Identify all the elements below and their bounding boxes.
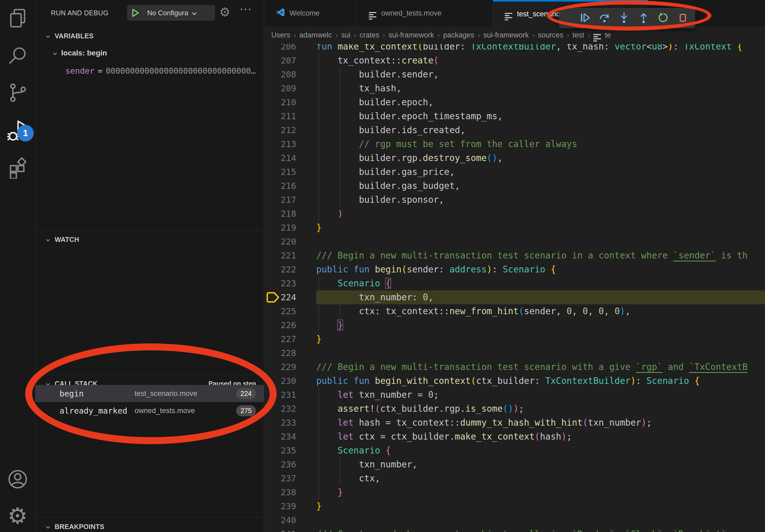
line-number[interactable]: 212 [264, 123, 296, 137]
line-number[interactable]: 214 [264, 151, 296, 165]
code-line-222[interactable]: 222public fun begin(sender: address): Sc… [264, 263, 765, 276]
variables-scope-row[interactable]: locals: begin [54, 46, 107, 60]
line-number[interactable]: 235 [264, 443, 296, 457]
line-number[interactable]: 223 [264, 276, 296, 290]
line-number[interactable]: 226 [264, 318, 296, 332]
code-line-238[interactable]: 238 } [264, 485, 765, 499]
code-line-213[interactable]: 213 // rgp must be set from the caller a… [264, 137, 765, 151]
code-line-221[interactable]: 221/// Begin a new multi-transaction tes… [264, 249, 765, 263]
line-number[interactable]: 230 [264, 374, 296, 388]
line-number[interactable]: 221 [264, 249, 296, 263]
code-line-228[interactable]: 228 [264, 346, 765, 360]
line-number[interactable]: 219 [264, 221, 296, 235]
stack-frame-begin[interactable]: begintest_scenario.move224 [35, 385, 264, 402]
line-number[interactable]: 236 [264, 457, 296, 471]
breadcrumb-item[interactable]: sui-framework [483, 31, 529, 39]
settings-gear-icon[interactable]: ⚙ [0, 502, 35, 529]
code-line-232[interactable]: 232 assert!(ctx_builder.rgp.is_some()); [264, 402, 765, 416]
section-breakpoints[interactable]: BREAKPOINTS [35, 520, 264, 532]
drag-handle-icon[interactable] [565, 16, 575, 21]
code-line-236[interactable]: 236 txn_number, [264, 457, 765, 471]
line-number[interactable]: 207 [264, 54, 296, 68]
line-number[interactable]: 228 [264, 346, 296, 360]
tab-Welcome[interactable]: Welcome [264, 0, 357, 26]
step-over-button[interactable] [594, 8, 614, 28]
breadcrumb-item[interactable]: test [572, 31, 584, 39]
line-number[interactable]: 240 [264, 513, 296, 527]
continue-button[interactable] [575, 8, 594, 28]
line-number[interactable]: 216 [264, 179, 296, 193]
code-line-241[interactable]: 241/// Creates and shares system objects… [264, 527, 765, 532]
code-line-215[interactable]: 215 builder.gas_price, [264, 165, 765, 179]
line-number[interactable]: 209 [264, 82, 296, 95]
line-number[interactable]: 222 [264, 263, 296, 276]
line-number[interactable]: 231 [264, 388, 296, 402]
line-number[interactable]: 213 [264, 137, 296, 151]
line-number[interactable]: 239 [264, 499, 296, 513]
line-number[interactable]: 232 [264, 402, 296, 416]
code-line-214[interactable]: 214 builder.rgp.destroy_some(), [264, 151, 765, 165]
start-debug-icon[interactable] [127, 8, 143, 17]
breadcrumb-item[interactable]: adamwelc [300, 31, 332, 39]
code-line-212[interactable]: 212 builder.ids_created, [264, 123, 765, 137]
code-line-226[interactable]: 226 } [264, 318, 765, 332]
line-number[interactable]: 233 [264, 416, 296, 430]
breadcrumb-file[interactable]: te [605, 31, 611, 39]
breadcrumb-item[interactable]: packages [443, 31, 474, 39]
code-line-220[interactable]: 220 [264, 235, 765, 249]
line-number[interactable]: 215 [264, 165, 296, 179]
breadcrumb-item[interactable]: Users [271, 31, 290, 39]
explorer-icon[interactable] [0, 5, 35, 32]
section-variables[interactable]: VARIABLES [35, 29, 264, 43]
search-icon[interactable] [0, 43, 35, 69]
code-line-235[interactable]: 235 Scenario { [264, 443, 765, 457]
code-line-208[interactable]: 208 builder.sender, [264, 68, 765, 82]
code-line-206[interactable]: 206fun make_tx_context(builder: TxContex… [264, 44, 765, 54]
breadcrumb-item[interactable]: sui [341, 31, 351, 39]
stack-frame-already_marked[interactable]: already_markedowned_tests.move275 [35, 402, 264, 419]
line-number[interactable]: 229 [264, 360, 296, 374]
tab-owned_tests.move[interactable]: owned_tests.move [357, 0, 493, 26]
section-watch[interactable]: WATCH [35, 232, 264, 246]
line-number[interactable]: 217 [264, 193, 296, 207]
code-line-207[interactable]: 207 tx_context::create( [264, 54, 765, 68]
line-number[interactable]: 218 [264, 207, 296, 221]
stop-button[interactable] [673, 8, 692, 28]
breadcrumb-item[interactable]: sui-framework [388, 31, 434, 39]
code-line-216[interactable]: 216 builder.gas_budget, [264, 179, 765, 193]
code-line-219[interactable]: 219} [264, 221, 765, 235]
code-line-211[interactable]: 211 builder.epoch_timestamp_ms, [264, 109, 765, 123]
code-line-209[interactable]: 209 tx_hash, [264, 82, 765, 95]
line-number[interactable]: 238 [264, 485, 296, 499]
line-number[interactable]: 237 [264, 471, 296, 485]
restart-button[interactable] [653, 8, 673, 28]
code-line-237[interactable]: 237 ctx, [264, 471, 765, 485]
line-number[interactable]: 227 [264, 332, 296, 346]
debug-config-dropdown[interactable]: No Configura [127, 5, 215, 21]
breadcrumb-item[interactable]: crates [360, 31, 380, 39]
code-line-223[interactable]: 223 Scenario { [264, 276, 765, 290]
code-line-225[interactable]: 225 ctx: tx_context::new_from_hint(sende… [264, 304, 765, 318]
code-line-217[interactable]: 217 builder.sponsor, [264, 193, 765, 207]
code-line-227[interactable]: 227} [264, 332, 765, 346]
code-line-239[interactable]: 239} [264, 499, 765, 513]
account-icon[interactable] [0, 466, 35, 493]
line-number[interactable]: 234 [264, 430, 296, 443]
code-line-230[interactable]: 230public fun begin_with_context(ctx_bui… [264, 374, 765, 388]
step-out-button[interactable] [634, 8, 653, 28]
code-line-224[interactable]: 224 txn_number: 0, [264, 290, 765, 304]
code-line-234[interactable]: 234 let ctx = ctx_builder.make_tx_contex… [264, 430, 765, 443]
code-editor[interactable]: 206fun make_tx_context(builder: TxContex… [264, 44, 765, 532]
line-number[interactable]: 211 [264, 109, 296, 123]
debug-settings-gear-icon[interactable]: ⚙ [219, 6, 230, 18]
code-line-233[interactable]: 233 let hash = tx_context::dummy_tx_hash… [264, 416, 765, 430]
breadcrumb-item[interactable]: sources [538, 31, 563, 39]
code-line-240[interactable]: 240 [264, 513, 765, 527]
more-actions-icon[interactable]: ··· [240, 3, 252, 15]
line-number[interactable]: 208 [264, 68, 296, 82]
extensions-icon[interactable] [0, 154, 35, 181]
source-control-icon[interactable] [0, 79, 35, 106]
variable-row[interactable]: sender = 000000000000000000000000000000… [65, 64, 259, 78]
step-into-button[interactable] [614, 8, 634, 28]
code-line-218[interactable]: 218 ) [264, 207, 765, 221]
